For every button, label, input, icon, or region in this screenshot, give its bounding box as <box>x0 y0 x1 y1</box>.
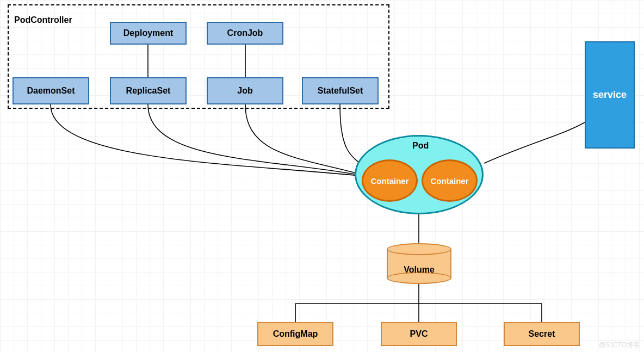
pod-label: Pod <box>412 141 429 151</box>
volume-label: Volume <box>387 265 451 275</box>
container-2: Container <box>422 159 478 202</box>
volume-cylinder: Volume <box>387 243 451 284</box>
daemonset-box: DaemonSet <box>13 77 89 104</box>
deployment-box: Deployment <box>110 22 187 45</box>
service-box: service <box>585 41 635 149</box>
podcontroller-title: PodController <box>14 15 72 25</box>
secret-box: Secret <box>504 322 580 346</box>
watermark: @51CTO博客 <box>599 341 640 350</box>
replicaset-box: ReplicaSet <box>110 77 187 104</box>
statefulset-box: StatefulSet <box>302 77 379 104</box>
configmap-box: ConfigMap <box>257 322 333 346</box>
pvc-box: PVC <box>381 322 457 346</box>
job-box: Job <box>207 77 283 104</box>
container-1: Container <box>362 159 418 202</box>
cronjob-box: CronJob <box>207 22 283 45</box>
